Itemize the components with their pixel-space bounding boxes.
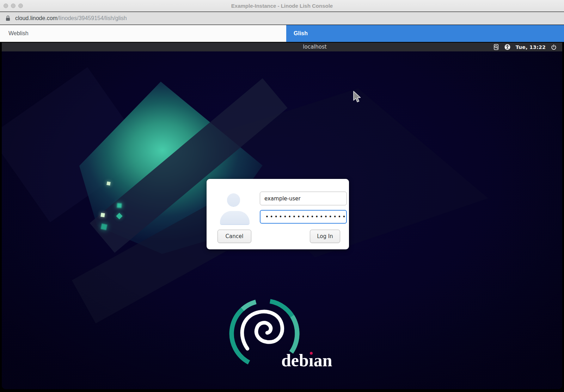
password-masked-value: ••••••••••••••••••••• (265, 214, 347, 220)
glish-display-area: localhost (0, 42, 564, 392)
url-path: /linodes/39459154/lish/glish (57, 15, 127, 21)
cancel-button[interactable]: Cancel (217, 230, 251, 243)
console-tabbar: Weblish Glish (0, 25, 564, 42)
user-avatar-icon (227, 193, 240, 206)
login-dialog: example-user ••••••••••••••••••••• Cance… (207, 179, 349, 249)
username-field[interactable]: example-user (260, 192, 347, 205)
debian-wordmark: debıan (281, 351, 332, 369)
power-icon[interactable] (551, 44, 557, 50)
mouse-cursor (353, 91, 362, 106)
tab-weblish-label: Weblish (8, 30, 29, 37)
gnome-bar-right: Tue, 13:22 (494, 43, 562, 51)
tab-glish-label: Glish (294, 30, 308, 37)
gnome-top-bar: localhost (2, 43, 562, 51)
remote-desktop: localhost (2, 43, 562, 389)
screen-magnifier-icon[interactable] (494, 44, 499, 50)
hostname-label: localhost (303, 43, 326, 51)
lock-icon (6, 15, 10, 21)
username-value: example-user (264, 195, 301, 202)
debian-logo: debıan (227, 297, 347, 374)
accessibility-icon[interactable] (504, 44, 510, 50)
browser-window: Example-Instance - Linode Lish Console c… (0, 0, 564, 392)
user-avatar-icon (220, 211, 250, 224)
address-bar[interactable]: cloud.linode.com/linodes/39459154/lish/g… (0, 12, 564, 25)
password-field[interactable]: ••••••••••••••••••••• (260, 210, 347, 224)
clock-label[interactable]: Tue, 13:22 (516, 44, 546, 50)
window-title: Example-Instance - Linode Lish Console (0, 0, 564, 12)
window-titlebar: Example-Instance - Linode Lish Console (0, 0, 564, 12)
debian-red-dot (310, 352, 313, 355)
tab-weblish[interactable]: Weblish (0, 25, 286, 42)
tab-glish[interactable]: Glish (286, 25, 564, 42)
url-host: cloud.linode.com (15, 15, 57, 21)
log-in-button[interactable]: Log In (310, 230, 340, 243)
